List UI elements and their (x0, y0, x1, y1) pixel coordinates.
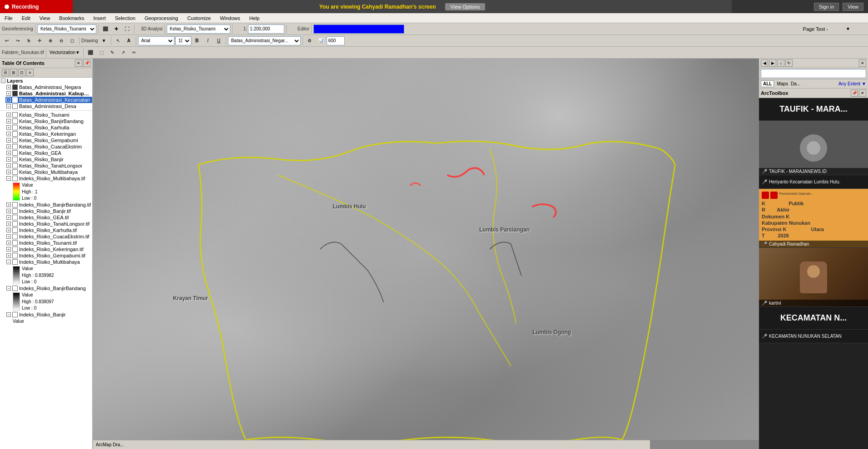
menu-geoprocessing[interactable]: Geoprocessing (140, 15, 183, 22)
expand-tsunami[interactable]: + (6, 113, 11, 117)
tb2-btn6[interactable]: ⊖ (56, 36, 66, 46)
expand-indeks-cuacaekstrim-tif[interactable]: + (6, 234, 11, 239)
check-indeks-banjir-bandang-tif[interactable] (12, 202, 18, 207)
check-banjir-bandang[interactable] (12, 118, 18, 124)
toc-item-cuacaekstrim[interactable]: + Kelas_Risiko_CuacaEkstrim (5, 143, 92, 150)
toc-item-banjir-bandang[interactable]: + Kelas_Risiko_BanjirBandang (5, 118, 92, 124)
map-area[interactable]: Lumbis Hulu Lumbis Parsiangan Krayan Tim… (93, 59, 759, 449)
expand-indeks-karhutla-tif[interactable]: + (6, 228, 11, 232)
search-input[interactable] (761, 69, 866, 78)
expand-karhutla[interactable]: + (6, 125, 11, 130)
tb2-btn2[interactable]: ↪ (13, 36, 23, 46)
view-options-button[interactable]: View Options (445, 3, 486, 10)
expand-indeks-kekeringan-tif[interactable]: + (6, 247, 11, 252)
check-indeks-gea-tif[interactable] (12, 215, 18, 220)
tb2-a-btn[interactable]: A (124, 36, 134, 46)
expand-kabupaten[interactable]: + (6, 91, 11, 96)
toc-item-indeks-cuacaekstrim-tif[interactable]: + Indeks_Risiko_CuacaEkstrim.tif (5, 233, 92, 240)
expand-banjir-bandang[interactable]: + (6, 119, 11, 123)
toc-tb-btn4[interactable]: ≡ (26, 69, 34, 76)
toc-item-indeks-kekeringan-tif[interactable]: + Indeks_Risiko_Kekeringan.tif (5, 246, 92, 252)
toc-item-multibahaya[interactable]: + Kelas_Risiko_Multibahaya (5, 169, 92, 175)
expand-cuacaekstrim[interactable]: + (6, 144, 11, 149)
check-banjir[interactable] (12, 157, 18, 162)
tb2-cursor[interactable]: ↖ (113, 36, 123, 46)
search-tab-da[interactable]: Da... (791, 81, 800, 86)
check-gea[interactable] (12, 150, 18, 156)
expand-indeks-banjir-bandang2[interactable]: − (6, 286, 11, 291)
toc-item-indeks-gempabumi-tif[interactable]: + Indeks_Risiko_Gempabumi.tif (5, 252, 92, 259)
toc-item-indeks-banjir-tif[interactable]: + Indeks_Risiko_Banjir.tif (5, 208, 92, 214)
expand-desa[interactable]: − (6, 104, 11, 109)
toc-item-indeks-tanahlongsor-tif[interactable]: + Indeks_Risiko_TanahLongsor.tif (5, 221, 92, 227)
toc-tb-btn1[interactable]: ☰ (2, 69, 9, 76)
underline-btn[interactable]: U (214, 36, 224, 46)
check-desa[interactable] (12, 104, 18, 109)
toolbar-btn-3[interactable]: ⛶ (122, 24, 132, 34)
check-indeks-banjir-final[interactable] (12, 312, 18, 317)
menu-view[interactable]: View (35, 15, 55, 22)
font-size-dropdown[interactable]: 10 (175, 36, 191, 45)
page-text-dropdown[interactable]: ▼ (830, 24, 866, 34)
toc-pin-btn[interactable]: 📌 (83, 59, 90, 67)
tb2-btn3[interactable]: 🖱 (24, 36, 34, 46)
check-kecamatan[interactable] (12, 97, 18, 103)
check-kabupaten[interactable] (12, 91, 18, 96)
scale-input[interactable]: 1:200,000 (248, 25, 284, 34)
toc-close-btn[interactable]: ✕ (75, 59, 82, 67)
expand-banjir[interactable]: + (6, 157, 11, 162)
tb3-btn4[interactable]: ↗ (118, 48, 128, 58)
check-gempabumi[interactable] (12, 138, 18, 143)
expand-indeks-gempabumi-tif[interactable]: + (6, 253, 11, 258)
expand-indeks-banjir-tif[interactable]: + (6, 209, 11, 213)
check-indeks-karhutla-tif[interactable] (12, 227, 18, 233)
bold-btn[interactable]: B (192, 36, 202, 46)
tb3-btn2[interactable]: ⬚ (96, 48, 106, 58)
toc-item-kecamatan[interactable]: + Batas_Administrasi_Kecamatan (5, 97, 92, 103)
expand-indeks-gea-tif[interactable]: + (6, 215, 11, 220)
tb2-btn1[interactable]: ↩ (2, 36, 12, 46)
menu-selection[interactable]: Selection (110, 15, 140, 22)
zoom-input[interactable] (327, 36, 345, 45)
expand-multibahaya[interactable]: + (6, 170, 11, 174)
expand-indeks-tanahlongsor-tif[interactable]: + (6, 222, 11, 226)
check-indeks-multibahaya2[interactable] (12, 259, 18, 265)
search-close-btn[interactable]: ✕ (859, 59, 866, 67)
expand-negara[interactable]: + (6, 85, 11, 89)
tb2-btn8[interactable]: ⚙ (305, 36, 315, 46)
expand-tanahlongsor[interactable]: + (6, 163, 11, 168)
menu-windows[interactable]: Windows (215, 15, 245, 22)
check-indeks-multibahaya-tif[interactable] (12, 176, 18, 181)
expand-indeks-tsunami-tif[interactable]: + (6, 241, 11, 245)
check-karhutla[interactable] (12, 125, 18, 130)
expand-gempabumi[interactable]: + (6, 138, 11, 143)
check-indeks-banjir-tif[interactable] (12, 208, 18, 214)
expand-kecamatan[interactable]: + (6, 98, 11, 102)
search-forward-btn[interactable]: ▶ (769, 59, 776, 67)
toc-item-indeks-banjir-bandang2[interactable]: − Indeks_Risiko_BanjirBandang (5, 285, 92, 291)
sign-in-button[interactable]: Sign in (814, 3, 839, 11)
check-tanahlongsor[interactable] (12, 163, 18, 168)
toolbar-btn-1[interactable]: ⬛ (100, 24, 110, 34)
toc-item-indeks-multibahaya2[interactable]: − Indeks_Risiko_Multibahaya (5, 259, 92, 265)
check-indeks-tanahlongsor-tif[interactable] (12, 221, 18, 227)
menu-edit[interactable]: Edit (17, 15, 35, 22)
menu-customize[interactable]: Customize (183, 15, 215, 22)
toc-item-indeks-tsunami-tif[interactable]: + Indeks_Risiko_Tsunami.tif (5, 240, 92, 246)
expand-indeks-multibahaya2[interactable]: − (6, 260, 11, 264)
tb3-btn5[interactable]: ✂ (129, 48, 139, 58)
expand-gea[interactable]: + (6, 151, 11, 155)
toc-item-banjir[interactable]: + Kelas_Risiko_Banjir (5, 156, 92, 163)
tb2-draw-btn[interactable]: ▼ (99, 36, 109, 46)
toc-item-kekeringan[interactable]: + Kelas_Risiko_Kekeringan (5, 131, 92, 137)
toc-item-gempabumi[interactable]: + Kelas_Risiko_Gempabumi (5, 137, 92, 143)
toc-item-karhutla[interactable]: + Kelas_Risiko_Karhutla (5, 124, 92, 131)
tb3-btn3[interactable]: ✎ (107, 48, 117, 58)
layers-expand[interactable]: − (1, 79, 5, 83)
toc-tb-btn2[interactable]: ⊞ (10, 69, 17, 76)
toc-item-tsunami[interactable]: + Kelas_Risiko_Tsunami (5, 112, 92, 118)
search-home-btn[interactable]: ⌂ (777, 59, 784, 67)
arctoolbox-pin-btn[interactable]: 📌 (851, 89, 858, 97)
view-button[interactable]: View (843, 3, 863, 11)
check-negara[interactable] (12, 84, 18, 90)
